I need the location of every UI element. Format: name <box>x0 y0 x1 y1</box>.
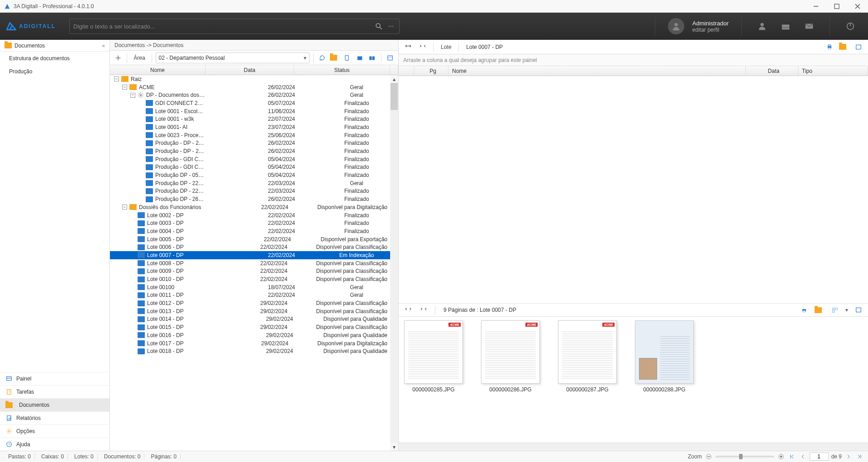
tree-row[interactable]: Lote 0001 - w3k22/07/2024Finalizado <box>110 115 390 123</box>
area-select[interactable]: 02 - Departamento Pessoal ▾ <box>156 52 310 63</box>
thumbs-collapse-button[interactable] <box>418 304 429 316</box>
expander-icon[interactable]: − <box>130 93 135 98</box>
col-tipo-right[interactable]: Tipo <box>798 66 868 76</box>
tree-row[interactable]: −ACME26/02/2024Geral <box>110 83 390 91</box>
inbox-icon[interactable] <box>778 19 793 34</box>
sidebar-item-producao[interactable]: Produção <box>0 65 110 78</box>
tree-row[interactable]: Lote 0007 - DP22/02/2024Em Indexação <box>110 251 390 259</box>
toggle-expand-button[interactable] <box>113 52 123 64</box>
refresh-button[interactable] <box>317 52 328 64</box>
thumbs-view-button[interactable] <box>829 304 841 316</box>
tree-row[interactable]: Lote 0004 - DP22/02/2024Finalizado <box>110 227 390 235</box>
page-current-input[interactable] <box>810 452 829 461</box>
tree-row[interactable]: Produção DP - 22…22/03/2024Finalizado <box>110 187 390 195</box>
tree-row[interactable]: Lote 0012 - DP29/02/2024Disponível para … <box>110 299 390 307</box>
collapse-icon[interactable]: « <box>102 43 105 49</box>
tree-row[interactable]: Lote 0016 - DP29/02/2024Disponível para … <box>110 331 390 339</box>
thumbs-layout-button[interactable] <box>853 304 864 316</box>
thumbs-hscrollbar[interactable] <box>399 443 868 451</box>
sidebar-item-estrutura[interactable]: Estrutura de documentos <box>0 52 110 65</box>
open-folder-button[interactable] <box>838 41 850 53</box>
expander-icon[interactable]: − <box>114 76 119 81</box>
tree-row[interactable]: Lote 0002 - DP22/02/2024Finalizado <box>110 211 390 219</box>
zoom-slider[interactable] <box>715 456 774 457</box>
scroll-down-icon[interactable]: ▾ <box>390 443 398 451</box>
zoom-knob[interactable] <box>739 454 743 459</box>
chevron-down-icon[interactable]: ▾ <box>844 307 849 313</box>
tree-row[interactable]: Lote 0018 - DP29/02/2024Disponível para … <box>110 347 390 355</box>
folder-button[interactable] <box>329 52 340 64</box>
view-folder-button[interactable] <box>354 52 365 64</box>
print-button[interactable] <box>824 41 835 53</box>
sidebar-item-relatorios[interactable]: Relatórios <box>0 411 110 424</box>
search-box[interactable]: ⋯ <box>69 19 400 34</box>
vertical-scrollbar[interactable]: ▴ ▾ <box>390 75 398 451</box>
expander-icon[interactable]: − <box>122 85 127 90</box>
tree-row[interactable]: Lote 0023 - Proce…25/06/2024Finalizado <box>110 131 390 139</box>
search-icon[interactable] <box>375 22 383 30</box>
tree-row[interactable]: −Raiz <box>110 75 390 83</box>
col-nome[interactable]: Nome <box>110 65 205 75</box>
tree-row[interactable]: −Dossiês dos Funcionários22/02/2024Dispo… <box>110 203 390 211</box>
next-page-icon[interactable] <box>844 452 853 461</box>
collapse-cols-button[interactable] <box>417 41 429 53</box>
tree-row[interactable]: Lote 0010 - DP22/02/2024Disponível para … <box>110 275 390 283</box>
minimize-button[interactable] <box>806 0 826 13</box>
close-button[interactable] <box>847 0 868 13</box>
new-doc-button[interactable] <box>342 52 352 64</box>
avatar[interactable] <box>668 18 684 34</box>
tree-row[interactable]: Produção DP - 05…05/04/2024Finalizado <box>110 171 390 179</box>
tree-row[interactable]: −DP - Documentos dos…26/02/2024Geral <box>110 91 390 99</box>
tree-row[interactable]: Lote 0001 - Escol…11/06/2024Finalizado <box>110 107 390 115</box>
thumbs-folder-button[interactable] <box>814 304 825 316</box>
sidebar-item-tarefas[interactable]: Tarefas <box>0 385 110 398</box>
tree-row[interactable]: GDI CONNECT 2…05/07/2024Finalizado <box>110 99 390 107</box>
thumbnail[interactable]: ACME0000000285.JPG <box>404 320 463 439</box>
scroll-thumb[interactable] <box>391 83 398 110</box>
col-data-right[interactable]: Data <box>746 66 798 76</box>
thumbs-print-button[interactable] <box>798 304 810 316</box>
tree-row[interactable]: Lote 0006 - DP22/02/2024Disponível para … <box>110 243 390 251</box>
zoom-in-icon[interactable] <box>777 452 785 461</box>
scroll-up-icon[interactable]: ▴ <box>390 75 398 83</box>
prev-page-icon[interactable] <box>799 452 807 461</box>
view-folder2-button[interactable] <box>367 52 377 64</box>
tree-row[interactable]: Lote 0003 - DP22/02/2024Finalizado <box>110 219 390 227</box>
tree-row[interactable]: Produção DP - 26…26/02/2024Finalizado <box>110 195 390 203</box>
thumbs-expand-button[interactable] <box>402 304 414 316</box>
expand-cols-button[interactable] <box>402 41 414 53</box>
tree-row[interactable]: Lote 0011 - DP22/02/2024Geral <box>110 291 390 300</box>
tree-row[interactable]: Lote 0013 - DP29/02/2024Disponível para … <box>110 307 390 315</box>
tree-row[interactable]: Lote 0015 - DP29/02/2024Disponível para … <box>110 323 390 331</box>
first-page-icon[interactable] <box>788 452 796 461</box>
tree-row[interactable]: Produção DP - 22…22/03/2024Geral <box>110 179 390 187</box>
thumbnail[interactable]: ACME0000000286.JPG <box>481 320 540 439</box>
search-input[interactable] <box>73 23 372 30</box>
edit-profile-link[interactable]: editar perfil <box>692 27 729 33</box>
sidebar-item-painel[interactable]: Painel <box>0 372 110 385</box>
col-pg[interactable]: Pg <box>414 66 448 76</box>
tree-row[interactable]: Lote 0017 - DP29/02/2024Disponível para … <box>110 339 390 348</box>
layout-button[interactable] <box>385 52 396 64</box>
group-hint[interactable]: Arraste a coluna a qual deseja agrupar p… <box>399 54 868 66</box>
contact-icon[interactable] <box>754 19 770 34</box>
thumbnail[interactable]: 0000000288.JPG <box>635 320 694 439</box>
tree-row[interactable]: Produção - GDI C…05/04/2024Finalizado <box>110 155 390 163</box>
tree-row[interactable]: Produção - DP - 2…26/02/2024Finalizado <box>110 139 390 148</box>
col-status[interactable]: Status <box>294 65 390 75</box>
sidebar-item-ajuda[interactable]: ? Ajuda <box>0 438 110 451</box>
tree-row[interactable]: Produção - GDI C…05/04/2024Finalizado <box>110 163 390 171</box>
thumbnail[interactable]: ACME0000000287.JPG <box>558 320 617 439</box>
tree-row[interactable]: Lote 0010018/07/2024Geral <box>110 283 390 291</box>
zoom-out-icon[interactable] <box>705 452 713 461</box>
col-nome-right[interactable]: Nome <box>448 66 746 76</box>
expander-icon[interactable]: − <box>122 205 127 210</box>
tree-row[interactable]: Lote 0014 - DP29/02/2024Disponível para … <box>110 315 390 324</box>
tree-row[interactable]: Lote 0001- AI23/07/2024Finalizado <box>110 123 390 131</box>
col-data[interactable]: Data <box>205 65 294 75</box>
tree-row[interactable]: Produção - DP - 2…26/02/2024Finalizado <box>110 147 390 155</box>
sidebar-item-opcoes[interactable]: Opções <box>0 424 110 438</box>
tree-row[interactable]: Lote 0005 - DP22/02/2024Disponível para … <box>110 235 390 243</box>
search-more-icon[interactable]: ⋯ <box>386 23 396 29</box>
mail-icon[interactable] <box>801 19 817 34</box>
